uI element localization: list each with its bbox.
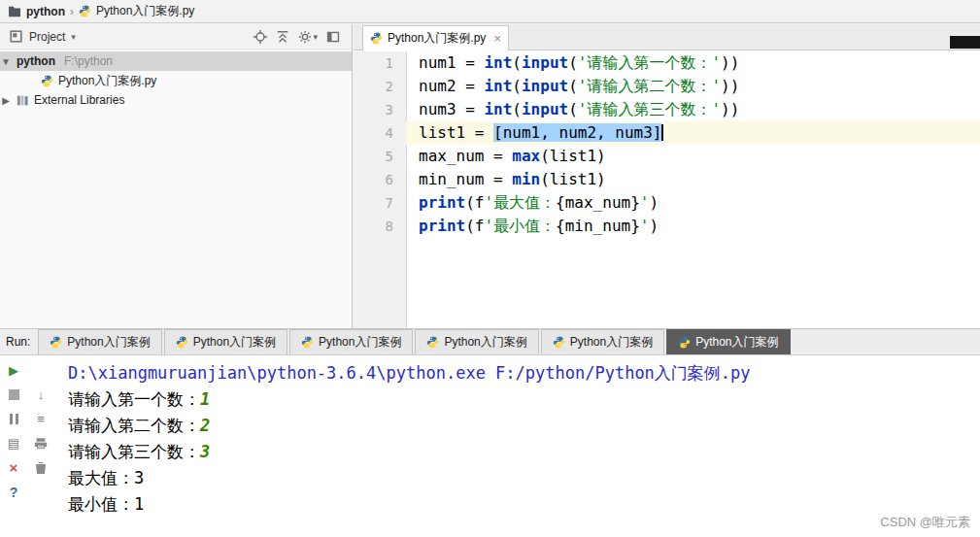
tree-root-label: python xyxy=(17,54,55,68)
code-text: num3 = int(input('请输入第三个数：')) xyxy=(406,98,980,121)
collapse-all-icon[interactable] xyxy=(274,28,291,46)
python-icon xyxy=(426,336,439,349)
run-toolbar: ▶ ↓ ≡ ▤ × ? xyxy=(0,358,54,537)
breadcrumb-file[interactable]: Python入门案例.py xyxy=(96,3,194,19)
code-editor[interactable]: 1num1 = int(input('请输入第一个数：'))2num2 = in… xyxy=(354,51,980,328)
project-panel-title[interactable]: Project xyxy=(29,30,65,44)
code-text: max_num = max(list1) xyxy=(406,145,980,168)
run-tab[interactable]: Python入门案例 xyxy=(415,329,538,354)
code-line[interactable]: 3num3 = int(input('请输入第三个数：')) xyxy=(354,98,980,121)
console-output[interactable]: D:\xiangmuruanjian\python-3.6.4\python.e… xyxy=(56,360,980,537)
code-text: print(f'最小值：{min_num}') xyxy=(406,215,980,238)
python-icon xyxy=(176,336,188,349)
run-tab[interactable]: Python入门案例 xyxy=(666,329,790,354)
code-text: list1 = [num1, num2, num3] xyxy=(406,121,980,145)
code-text: num2 = int(input('请输入第二个数：')) xyxy=(406,75,980,98)
console-line: 请输入第三个数：3 xyxy=(68,439,980,465)
scrollbar-marker xyxy=(950,36,980,49)
run-tab-label: Python入门案例 xyxy=(570,334,653,351)
code-text: num1 = int(input('请输入第一个数：')) xyxy=(406,51,980,75)
console-line: 请输入第一个数：1 xyxy=(68,386,980,413)
breadcrumb-project[interactable]: python xyxy=(26,5,65,18)
code-line[interactable]: 1num1 = int(input('请输入第一个数：')) xyxy=(354,51,980,75)
soft-wrap-icon[interactable]: ≡ xyxy=(31,410,51,429)
code-line[interactable]: 8print(f'最小值：{min_num}') xyxy=(354,215,980,238)
tree-file-label: Python入门案例.py xyxy=(58,73,156,89)
pause-output-icon[interactable] xyxy=(4,410,23,429)
python-file-icon xyxy=(79,5,91,17)
tree-lib-label: External Libraries xyxy=(34,93,124,107)
print-icon[interactable] xyxy=(31,434,51,453)
editor-tab[interactable]: Python入门案例.py × xyxy=(362,25,509,50)
code-lines: 1num1 = int(input('请输入第一个数：'))2num2 = in… xyxy=(354,51,980,238)
stop-icon[interactable] xyxy=(4,386,23,405)
project-view-icon xyxy=(8,28,24,45)
tree-item-external-libraries[interactable]: ▶ External Libraries xyxy=(0,90,352,110)
tree-root-path: F:\python xyxy=(64,54,113,68)
line-number: 2 xyxy=(354,75,406,98)
line-number: 7 xyxy=(354,191,406,215)
locate-icon[interactable] xyxy=(252,28,269,46)
line-number: 3 xyxy=(354,98,406,121)
line-number: 4 xyxy=(354,121,406,145)
run-tab-label: Python入门案例 xyxy=(319,334,401,351)
code-line[interactable]: 4list1 = [num1, num2, num3] xyxy=(354,121,980,145)
code-line[interactable]: 2num2 = int(input('请输入第二个数：')) xyxy=(354,75,980,98)
code-line[interactable]: 7print(f'最大值：{max_num}') xyxy=(354,191,980,215)
line-number: 6 xyxy=(354,168,406,191)
hide-panel-icon[interactable] xyxy=(324,28,342,46)
code-text: print(f'最大值：{max_num}') xyxy=(406,191,980,215)
run-tab-strip-wrap: Run: Python入门案例Python入门案例Python入门案例Pytho… xyxy=(0,329,980,355)
console-line: 最大值：3 xyxy=(68,465,980,491)
scroll-to-end-icon[interactable]: ↓ xyxy=(31,386,51,405)
code-text: min_num = min(list1) xyxy=(406,168,980,191)
close-icon[interactable]: × xyxy=(493,31,501,46)
text-caret xyxy=(661,124,663,141)
line-number: 1 xyxy=(354,51,406,75)
chevron-right-icon[interactable]: ▶ xyxy=(0,95,12,106)
code-line[interactable]: 5max_num = max(list1) xyxy=(354,145,980,168)
project-panel-header: Project ▾ ▾ xyxy=(0,24,352,50)
code-line[interactable]: 6min_num = min(list1) xyxy=(354,168,980,191)
chevron-down-icon[interactable]: ▾ xyxy=(71,32,76,42)
python-file-icon xyxy=(370,32,383,45)
run-tab[interactable]: Python入门案例 xyxy=(38,329,161,354)
run-panel-label: Run: xyxy=(0,329,38,354)
project-panel: Project ▾ ▾ ▼ python F:\python xyxy=(0,24,353,328)
python-file-icon xyxy=(41,75,53,87)
chevron-down-icon[interactable]: ▼ xyxy=(0,56,12,67)
rerun-icon[interactable]: ▶ xyxy=(4,361,23,381)
clear-all-icon[interactable] xyxy=(31,458,51,478)
editor-tab-strip: Python入门案例.py × xyxy=(354,24,980,50)
run-tab[interactable]: Python入门案例 xyxy=(541,329,664,354)
project-tree: ▼ python F:\python Python入门案例.py ▶ Exter… xyxy=(0,50,352,110)
ide-window: python › Python入门案例.py Project ▾ ▾ xyxy=(0,0,980,537)
console-line: D:\xiangmuruanjian\python-3.6.4\python.e… xyxy=(68,360,980,386)
folder-icon xyxy=(8,6,21,17)
line-number: 8 xyxy=(354,215,406,238)
help-icon[interactable]: ? xyxy=(4,483,23,502)
tree-item-python-file[interactable]: Python入门案例.py xyxy=(0,71,352,90)
run-panel: Run: Python入门案例Python入门案例Python入门案例Pytho… xyxy=(0,328,980,537)
gear-icon[interactable]: ▾ xyxy=(296,28,320,46)
line-number: 5 xyxy=(354,145,406,168)
run-tab-label: Python入门案例 xyxy=(67,334,150,351)
run-tab-label: Python入门案例 xyxy=(695,334,778,351)
python-icon xyxy=(50,336,62,349)
watermark: CSDN @唯元素 xyxy=(880,514,970,531)
breadcrumb-separator: › xyxy=(70,5,74,18)
restore-layout-icon[interactable]: ▤ xyxy=(4,434,23,453)
run-tab[interactable]: Python入门案例 xyxy=(289,329,413,354)
tree-item-project-root[interactable]: ▼ python F:\python xyxy=(0,51,352,71)
run-tab[interactable]: Python入门案例 xyxy=(164,329,287,354)
console-line: 请输入第二个数：2 xyxy=(68,413,980,439)
console-line: 最小值：1 xyxy=(68,491,980,518)
run-tab-strip: Python入门案例Python入门案例Python入门案例Python入门案例… xyxy=(38,329,792,354)
python-icon xyxy=(678,336,691,349)
chevron-down-icon: ▾ xyxy=(313,32,318,42)
run-body: ▶ ↓ ≡ ▤ × ? D:\xiangmuruanjian\python-3.… xyxy=(0,356,980,537)
close-icon[interactable]: × xyxy=(4,458,23,478)
editor-tab-label: Python入门案例.py xyxy=(388,30,486,47)
run-tab-label: Python入门案例 xyxy=(444,334,526,351)
editor-area: Python入门案例.py × 1num1 = int(input('请输入第一… xyxy=(354,24,980,328)
